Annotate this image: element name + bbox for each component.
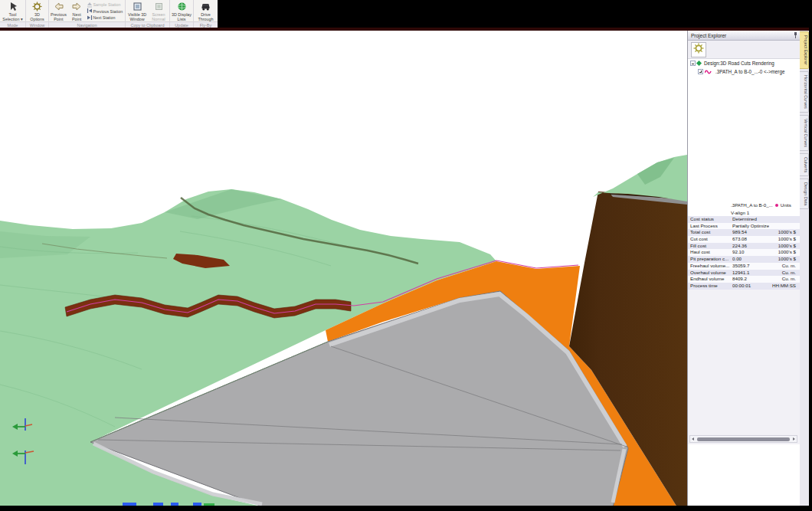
ribbon-group-navigation: Previous Point Next Point Sample St	[49, 0, 126, 28]
visible-3d-window-button[interactable]: Visible 3D Window	[126, 1, 149, 21]
tool-selection-button[interactable]: Tool Selection ▾	[1, 1, 25, 21]
design-node-icon	[696, 61, 702, 66]
app-window: Tool Selection ▾ Mode	[0, 0, 812, 511]
group-label-mode: Mode	[0, 21, 25, 28]
sample-station-label: Sample Station	[93, 2, 121, 7]
group-label-flyby: Fly-By	[194, 21, 218, 28]
group-label-update: Update	[170, 21, 193, 28]
table-subheader: V-align 1	[688, 209, 800, 216]
scroll-left-icon[interactable]	[690, 436, 696, 442]
tree-item-design[interactable]: Design:3D Road Cuts Rendering	[688, 59, 800, 67]
arrow-left-icon	[54, 2, 64, 12]
tree-item-path[interactable]: .3PATH_A to B-0_...-0 <->merge	[688, 67, 800, 76]
tab-culverts[interactable]: Culverts	[800, 153, 809, 176]
project-explorer-panel: Project Explorer	[687, 31, 800, 506]
panel-settings-button[interactable]	[691, 42, 706, 57]
table-row[interactable]: Pit preparation c... 0.00 1000's $	[688, 256, 800, 263]
horizontal-scrollbar[interactable]	[689, 435, 797, 443]
3d-display-lists-button[interactable]: 3D Display Lists	[171, 1, 193, 21]
expander-icon[interactable]	[690, 61, 696, 66]
table-header-name: .3PATH_A to B-0_...	[731, 202, 773, 208]
panel-toolbar	[688, 41, 800, 59]
panel-empty-area	[688, 444, 800, 506]
table-row[interactable]: Last Process Partially Optimized	[688, 223, 800, 230]
panel-title: Project Explorer	[691, 33, 726, 38]
next-point-button[interactable]: Next Point	[68, 1, 86, 21]
previous-point-button[interactable]: Previous Point	[49, 1, 68, 21]
next-station-button[interactable]: Next Station	[86, 15, 125, 21]
side-tab-strip: Project Explorer Horizontal Curves Verti…	[800, 31, 809, 506]
ribbon-group-mode: Tool Selection ▾ Mode	[0, 0, 26, 28]
table-row[interactable]: Total cost 989.54 1000's $	[688, 229, 800, 236]
scroll-right-icon[interactable]	[791, 436, 797, 442]
tree-item-path-label: .3PATH_A to B-0_...-0 <->merge	[715, 69, 784, 74]
3d-options-button[interactable]: 3D Options	[27, 1, 48, 21]
screen-normal-icon	[154, 2, 164, 12]
tab-project-explorer[interactable]: Project Explorer	[800, 31, 809, 69]
table-row[interactable]: Haul cost 92.10 1000's $	[688, 249, 800, 256]
globe-refresh-icon	[177, 2, 187, 12]
station-next-icon	[86, 15, 93, 21]
table-header-units: Units	[781, 202, 791, 208]
station-button-stack: Sample Station Previous Station Next Sta…	[86, 1, 125, 21]
scrollbar-thumb[interactable]	[697, 437, 790, 441]
ribbon-toolbar: Tool Selection ▾ Mode	[0, 0, 218, 28]
screen-normal-button[interactable]: Screen Normal	[149, 1, 169, 21]
group-label-window: Window	[26, 21, 48, 28]
group-label-copy: Copy to Clipboard	[126, 21, 169, 28]
ribbon-group-update: 3D Display Lists Update	[170, 0, 194, 28]
pin-icon[interactable]	[794, 32, 797, 38]
tab-design-data[interactable]: Design Data	[800, 179, 809, 209]
panel-titlebar: Project Explorer	[688, 31, 800, 41]
arrow-right-icon	[72, 2, 82, 12]
ribbon-group-copy: Visible 3D Window Screen Normal Copy to …	[126, 0, 170, 28]
table-row[interactable]: Cost status Determined	[688, 216, 800, 223]
group-label-navigation: Navigation	[49, 21, 125, 28]
table-row[interactable]: Process time 00:00:01 HH:MM:SS	[688, 283, 800, 290]
sample-station-button[interactable]: Sample Station	[86, 2, 125, 8]
project-tree: Design:3D Road Cuts Rendering .3PATH_A t…	[688, 59, 800, 201]
previous-station-button[interactable]: Previous Station	[86, 8, 125, 15]
previous-station-label: Previous Station	[93, 9, 123, 14]
next-station-label: Next Station	[93, 15, 116, 20]
expander-icon[interactable]	[698, 69, 703, 74]
series-color-dot	[775, 204, 778, 207]
car-icon	[201, 2, 211, 12]
cost-summary-table: .3PATH_A to B-0_... Units V-align 1 Cost…	[688, 201, 800, 290]
table-row[interactable]: Overhaul volume 12941.1 Cu. m.	[688, 270, 800, 277]
alignment-icon	[705, 69, 712, 75]
table-row[interactable]: Freehaul volume... 35059.7 Cu. m.	[688, 263, 800, 270]
ribbon-group-flyby: Drive Through Fly-By	[194, 0, 218, 28]
tree-item-design-label: Design:3D Road Cuts Rendering	[704, 61, 774, 66]
gear-icon	[32, 2, 42, 12]
3d-scene	[0, 31, 687, 506]
table-row[interactable]: Cut cost 673.08 1000's $	[688, 236, 800, 243]
window-3d-icon	[133, 2, 142, 12]
table-row[interactable]: Fill cost 224.36 1000's $	[688, 243, 800, 250]
tab-vertical-curves[interactable]: Vertical Curves	[800, 115, 809, 151]
drive-through-button[interactable]: Drive Through	[195, 1, 217, 21]
ribbon-group-window: 3D Options Window	[26, 0, 49, 28]
table-header-row: .3PATH_A to B-0_... Units	[688, 201, 800, 209]
table-row[interactable]: Endhaul volume 8409.2 Cu. m.	[688, 276, 800, 283]
tab-horizontal-curves[interactable]: Horizontal Curves	[800, 71, 809, 113]
gear-icon	[693, 43, 704, 57]
cursor-icon	[8, 2, 18, 12]
3d-viewport[interactable]	[0, 31, 687, 506]
